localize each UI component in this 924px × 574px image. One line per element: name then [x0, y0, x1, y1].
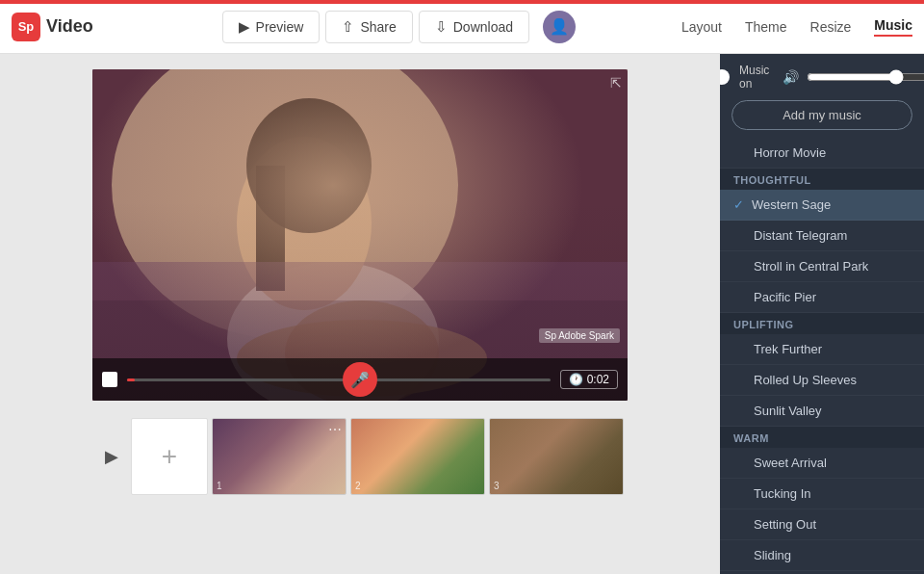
- music-item-stroll-central-park[interactable]: Stroll in Central Park: [720, 251, 924, 282]
- share-label: Share: [360, 19, 396, 35]
- nav-music[interactable]: Music: [874, 17, 912, 37]
- svg-point-5: [237, 137, 372, 310]
- music-item-western-sage[interactable]: ✓ Western Sage: [720, 190, 924, 221]
- watermark: Sp Adobe Spark: [539, 328, 620, 343]
- nav-center: ▶ Preview ⇧ Share ⇩ Download 👤: [116, 11, 681, 43]
- nav-layout[interactable]: Layout: [681, 19, 722, 35]
- add-music-button[interactable]: Add my music: [732, 100, 912, 130]
- nav-theme[interactable]: Theme: [745, 19, 787, 35]
- toggle-knob: [720, 69, 730, 85]
- timeline-clip-3[interactable]: 3: [489, 418, 624, 495]
- volume-icon: 🔊: [783, 69, 799, 85]
- header: Sp Video ▶ Preview ⇧ Share ⇩ Download 👤 …: [0, 0, 924, 54]
- trek-further-label: Trek Further: [754, 342, 822, 356]
- sliding-label: Sliding: [754, 548, 791, 562]
- progress-bar[interactable]: [127, 378, 551, 381]
- download-icon: ⇩: [435, 18, 448, 36]
- timeline-clip-2[interactable]: 2: [350, 418, 485, 495]
- svg-point-6: [246, 98, 372, 233]
- time-value: 0:02: [587, 373, 609, 386]
- avatar-button[interactable]: 👤: [543, 11, 576, 43]
- time-display: 🕐 0:02: [560, 370, 618, 389]
- canvas-area: Sp Adobe Spark ⇱ 🕐 0:02 🎤 ▶ +: [0, 54, 720, 574]
- svg-point-1: [112, 69, 458, 339]
- resize-icon: ⇱: [610, 75, 622, 91]
- music-on-label: Music on: [739, 64, 769, 91]
- tucking-in-label: Tucking In: [754, 486, 811, 501]
- svg-rect-0: [92, 69, 628, 401]
- clip-1-number: 1: [217, 481, 222, 491]
- music-item-pacific-pier[interactable]: Pacific Pier: [720, 282, 924, 313]
- timeline-play-button[interactable]: ▶: [92, 418, 131, 495]
- sunlit-valley-label: Sunlit Valley: [754, 404, 822, 418]
- music-item-distant-telegram[interactable]: Distant Telegram: [720, 221, 924, 251]
- setting-out-label: Setting Out: [754, 517, 816, 532]
- music-item-tucking-in[interactable]: Tucking In: [720, 479, 924, 509]
- mic-button[interactable]: 🎤: [343, 362, 377, 397]
- logo-text: Video: [46, 16, 93, 37]
- download-label: Download: [453, 19, 513, 35]
- western-sage-label: Western Sage: [752, 197, 831, 212]
- video-frame: [92, 69, 628, 401]
- logo-icon: Sp: [12, 13, 40, 41]
- check-icon: ✓: [733, 197, 744, 212]
- nav-right: Layout Theme Resize Music: [681, 17, 912, 37]
- preview-label: Preview: [256, 19, 304, 35]
- preview-button[interactable]: ▶ Preview: [222, 11, 321, 43]
- music-item-rolled-up-sleeves[interactable]: Rolled Up Sleeves: [720, 365, 924, 396]
- download-button[interactable]: ⇩ Download: [419, 11, 529, 43]
- timeline: ▶ + 1 ⋯ 2 3 my portraits Credits: [92, 408, 628, 505]
- music-header: Music on 🔊: [720, 54, 924, 100]
- music-panel: Music on 🔊 Add my music Horror Movie THO…: [720, 54, 924, 574]
- sweet-arrival-label: Sweet Arrival: [754, 456, 827, 470]
- clip-3-number: 3: [494, 481, 500, 491]
- preview-icon: ▶: [239, 18, 250, 36]
- volume-slider[interactable]: [807, 69, 924, 85]
- category-uplifting: UPLIFTING: [720, 313, 924, 334]
- svg-rect-7: [256, 166, 285, 291]
- pacific-pier-label: Pacific Pier: [754, 290, 816, 304]
- category-warm: WARM: [720, 427, 924, 448]
- category-thoughtful: THOUGHTFUL: [720, 169, 924, 190]
- logo-area: Sp Video: [12, 13, 93, 41]
- clock-icon: 🕐: [569, 373, 583, 386]
- main: Sp Adobe Spark ⇱ 🕐 0:02 🎤 ▶ +: [0, 54, 924, 574]
- music-item-horror-movie[interactable]: Horror Movie: [720, 138, 924, 169]
- rolled-up-sleeves-label: Rolled Up Sleeves: [754, 373, 857, 387]
- share-button[interactable]: ⇧ Share: [325, 11, 412, 43]
- progress-fill: [127, 378, 135, 381]
- clip-2-number: 2: [355, 481, 361, 491]
- music-item-trek-further[interactable]: Trek Further: [720, 334, 924, 365]
- stop-button[interactable]: [102, 372, 117, 387]
- share-icon: ⇧: [342, 18, 354, 36]
- add-clip-button[interactable]: +: [131, 418, 208, 495]
- music-list: Horror Movie THOUGHTFUL ✓ Western Sage D…: [720, 138, 924, 574]
- stroll-central-park-label: Stroll in Central Park: [754, 259, 868, 274]
- avatar-icon: 👤: [550, 17, 569, 36]
- top-bar: [0, 0, 924, 4]
- video-wrapper: Sp Adobe Spark ⇱ 🕐 0:02 🎤: [92, 69, 628, 401]
- clip-1-menu[interactable]: ⋯: [328, 422, 342, 437]
- music-item-sweet-arrival[interactable]: Sweet Arrival: [720, 448, 924, 479]
- nav-resize[interactable]: Resize: [810, 19, 852, 35]
- distant-telegram-label: Distant Telegram: [754, 228, 847, 243]
- horror-movie-label: Horror Movie: [754, 145, 826, 160]
- music-item-sunlit-valley[interactable]: Sunlit Valley: [720, 396, 924, 427]
- music-item-setting-out[interactable]: Setting Out: [720, 509, 924, 540]
- timeline-clip-1[interactable]: 1 ⋯: [212, 418, 346, 495]
- music-item-sliding[interactable]: Sliding: [720, 540, 924, 571]
